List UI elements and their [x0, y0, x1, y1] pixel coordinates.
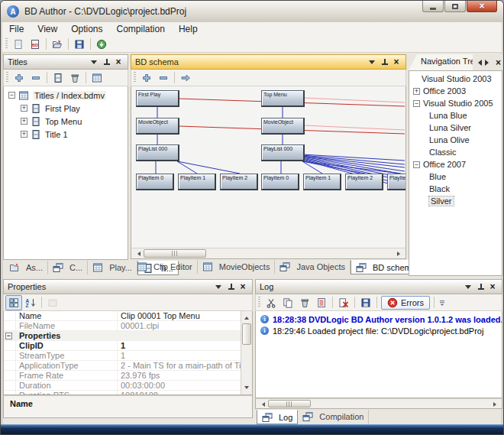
- schema-node-top-menu[interactable]: Top Menu: [261, 90, 305, 107]
- tree-item[interactable]: +First Play: [4, 102, 128, 115]
- property-row[interactable]: Duration PTS10818108: [4, 391, 241, 395]
- log-hscrollbar[interactable]: [255, 398, 502, 409]
- new-bd-document-button[interactable]: BD: [27, 37, 44, 52]
- log-tab-compilation[interactable]: Compilation: [298, 410, 369, 424]
- nav-scroll-right-button[interactable]: [484, 57, 493, 68]
- maximize-button[interactable]: [444, 1, 466, 12]
- delete-log-button[interactable]: [296, 295, 313, 310]
- nav-tree-item[interactable]: Visual Studio 2003: [409, 73, 502, 85]
- toolbar-grip[interactable]: [5, 38, 8, 50]
- menu-compilation[interactable]: Compilation: [110, 23, 172, 35]
- nav-tree-item[interactable]: Black: [409, 183, 502, 195]
- nav-tree-item[interactable]: Silver: [409, 195, 502, 207]
- scroll-thumb[interactable]: [144, 249, 206, 258]
- nav-tree-item[interactable]: −Visual Studio 2005: [409, 97, 502, 109]
- alphabetical-sort-button[interactable]: AZ: [22, 295, 39, 310]
- scroll-right-arrow[interactable]: [394, 249, 405, 258]
- add-title-button[interactable]: [11, 70, 27, 86]
- titles-panel-header[interactable]: Titles ×: [3, 54, 128, 70]
- toolbar-grip[interactable]: [134, 72, 136, 83]
- navigation-tree-header[interactable]: Navigation Tree ×: [409, 54, 502, 70]
- titles-table-button[interactable]: [89, 70, 105, 86]
- property-row[interactable]: Frame Rate23.976 fps: [4, 371, 241, 381]
- scroll-down-arrow[interactable]: [242, 384, 251, 394]
- scroll-right-arrow[interactable]: [490, 400, 501, 408]
- property-pages-button[interactable]: [44, 295, 61, 310]
- menu-view[interactable]: View: [31, 23, 64, 35]
- scroll-left-arrow[interactable]: [132, 249, 143, 258]
- schema-add-button[interactable]: [138, 70, 155, 86]
- scroll-thumb[interactable]: [268, 400, 311, 407]
- scroll-up-arrow[interactable]: [242, 312, 251, 322]
- jump-to-button[interactable]: [177, 70, 194, 86]
- log-entry[interactable]: i18:29:46 Loaded project file: C:\DVDLog…: [256, 325, 502, 336]
- nav-tree-item[interactable]: −Office 2007: [409, 158, 502, 170]
- scroll-left-arrow[interactable]: [257, 400, 267, 408]
- tree-expander[interactable]: −: [8, 92, 15, 99]
- log-menu-button[interactable]: [463, 281, 473, 292]
- compile-button[interactable]: [93, 37, 110, 52]
- schema-pin-button[interactable]: [379, 57, 389, 67]
- editor-tab-movieobjects[interactable]: MovieObjects: [198, 260, 276, 274]
- scroll-thumb[interactable]: [242, 323, 251, 345]
- save-log-button[interactable]: [357, 295, 374, 310]
- schema-node-movieobject[interactable]: MovieObject: [136, 118, 179, 135]
- property-row[interactable]: NameClip 00001 Top Menu: [4, 311, 241, 321]
- open-project-button[interactable]: [49, 37, 66, 52]
- nav-tree-item[interactable]: Luna Silver: [409, 122, 502, 134]
- tree-item[interactable]: +Top Menu: [4, 115, 128, 128]
- schema-node-playlist-000[interactable]: PlayList 000: [261, 144, 305, 161]
- menu-file[interactable]: File: [2, 23, 31, 35]
- schema-node-playitem-0[interactable]: PlayItem 0: [261, 174, 299, 190]
- property-row[interactable]: ClipID1: [4, 341, 241, 351]
- new-document-button[interactable]: [10, 37, 27, 52]
- nav-tree-item[interactable]: +Office 2003: [409, 85, 502, 97]
- left-tab-c-[interactable]: C...: [48, 261, 88, 274]
- nav-close-button[interactable]: ×: [494, 57, 502, 68]
- schema-node-first-play[interactable]: First Play: [136, 90, 179, 107]
- menu-options[interactable]: Options: [64, 23, 109, 35]
- title-bar[interactable]: A BD Author - C:\DVDLogic\project.bdProj…: [1, 1, 503, 22]
- tree-expander[interactable]: −: [413, 100, 420, 107]
- properties-pin-button[interactable]: [225, 281, 236, 292]
- tree-expander[interactable]: +: [21, 118, 27, 125]
- clip-button[interactable]: [50, 70, 66, 86]
- properties-close-button[interactable]: ×: [237, 281, 248, 292]
- tree-expander[interactable]: +: [21, 105, 27, 112]
- log-list-button[interactable]: [313, 295, 330, 310]
- errors-toggle-button[interactable]: Errors: [381, 296, 430, 310]
- properties-vscrollbar[interactable]: [241, 311, 252, 394]
- clear-log-button[interactable]: [335, 295, 352, 310]
- titles-pin-button[interactable]: [101, 57, 111, 67]
- schema-node-playitem-2[interactable]: PlayItem 2: [220, 174, 258, 190]
- schema-node-playlist-000[interactable]: PlayList 000: [136, 144, 179, 161]
- categorized-view-button[interactable]: [5, 295, 22, 310]
- schema-node-playitem-2[interactable]: PlayItem 2: [345, 174, 383, 190]
- cut-button[interactable]: [263, 295, 279, 310]
- log-pin-button[interactable]: [475, 281, 486, 292]
- property-category-row[interactable]: −Properties: [4, 331, 241, 341]
- tree-expander[interactable]: −: [413, 161, 420, 168]
- properties-header[interactable]: Properties ×: [3, 279, 253, 294]
- schema-close-button[interactable]: ×: [391, 57, 402, 67]
- nav-scroll-left-button[interactable]: [474, 57, 483, 68]
- bd-schema-header[interactable]: BD schema ×: [131, 54, 406, 70]
- nav-tree-item[interactable]: Classic: [409, 146, 502, 158]
- remove-title-button[interactable]: [27, 70, 44, 86]
- property-row[interactable]: Duration00:03:00:00: [4, 381, 241, 391]
- schema-menu-button[interactable]: [367, 57, 377, 67]
- window-bottom-frame[interactable]: [1, 424, 503, 434]
- nav-tree-item[interactable]: Luna Olive: [409, 134, 502, 146]
- log-entry[interactable]: i18:28:38 DVDLogic BD Author version 1.0…: [256, 313, 502, 325]
- copy-button[interactable]: [279, 295, 296, 310]
- property-row[interactable]: ApplicationType2 - Main TS for a main-pa…: [4, 361, 241, 371]
- tree-expander[interactable]: +: [21, 131, 27, 138]
- save-project-button[interactable]: [71, 37, 88, 52]
- log-header[interactable]: Log ×: [255, 279, 502, 294]
- schema-node-playitem-1[interactable]: PlayItem 1: [178, 174, 216, 190]
- tree-expander[interactable]: −: [5, 333, 12, 339]
- property-row[interactable]: StreamType1: [4, 351, 241, 361]
- editor-tab-java-objects[interactable]: Java Objects: [275, 260, 351, 274]
- minimize-button[interactable]: [422, 1, 444, 12]
- schema-hscrollbar[interactable]: [131, 248, 406, 259]
